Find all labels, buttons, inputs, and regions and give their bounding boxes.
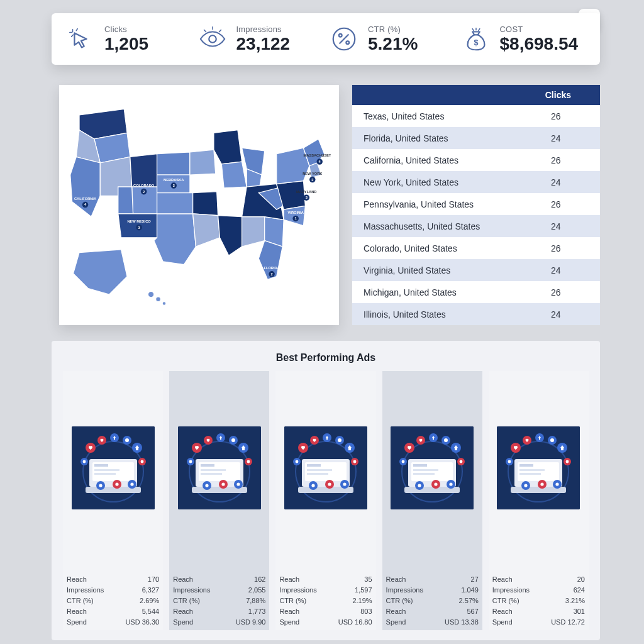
state-name: Florida, United States	[364, 133, 448, 143]
state-name: Michigan, United States	[364, 287, 457, 297]
kpi-cost: $ COST $8,698.54	[461, 24, 587, 54]
stat-label: Spend	[492, 617, 513, 628]
stat-label: Reach	[279, 606, 299, 617]
state-name: Massachusetts, United States	[364, 221, 480, 231]
stat-label: CTR (%)	[279, 596, 306, 606]
stat-label: CTR (%)	[67, 596, 94, 606]
us-map-panel: CALIFORNIA 4 COLORADO 2 NEW MEXICO 3 NEB…	[59, 85, 339, 325]
svg-rect-33	[94, 469, 119, 471]
stat-label: Reach	[492, 574, 513, 585]
ad-card[interactable]: Reach170 Impressions6,327 CTR (%)2.69% R…	[63, 371, 163, 630]
svg-point-111	[444, 438, 448, 442]
table-row[interactable]: California, United States26	[352, 149, 600, 171]
state-clicks: 24	[551, 309, 589, 319]
stat-value: USD 16.80	[338, 617, 372, 628]
state-clicks: 24	[551, 133, 589, 143]
kpi-cost-label: COST	[500, 25, 523, 34]
svg-point-68	[189, 460, 192, 464]
stat-label: Spend	[386, 617, 406, 628]
stat-label: Spend	[173, 617, 193, 628]
svg-text:2: 2	[271, 272, 273, 276]
stat-value: 301	[574, 606, 585, 617]
svg-text:$: $	[474, 38, 478, 47]
stat-value: 2.57%	[459, 596, 479, 606]
svg-point-120	[435, 482, 438, 486]
table-row[interactable]: Pennsylvania, United States26	[352, 193, 600, 215]
svg-text:2: 2	[143, 190, 145, 194]
svg-point-146	[556, 482, 559, 486]
stat-value: 20	[577, 574, 585, 585]
stat-label: Spend	[279, 617, 299, 628]
stat-label: CTR (%)	[386, 596, 413, 606]
svg-point-72	[221, 482, 225, 486]
best-ads-section: Best Performing Ads Reach170 Impres	[52, 341, 600, 640]
ad-thumbnail	[391, 426, 474, 509]
table-row[interactable]: Colorado, United States26	[352, 237, 600, 259]
stat-label: Impressions	[386, 585, 423, 596]
map-label: CALIFORNIA	[74, 197, 96, 201]
svg-rect-32	[94, 464, 108, 467]
kpi-impressions-label: Impressions	[236, 25, 282, 34]
svg-point-46	[99, 484, 102, 487]
stat-value: 6,327	[142, 585, 160, 596]
svg-point-66	[247, 460, 250, 464]
svg-rect-34	[94, 473, 116, 475]
stat-value: 27	[471, 574, 479, 585]
clicks-col-header: Clicks	[545, 90, 571, 100]
state-clicks: 26	[551, 287, 589, 297]
kpi-clicks: Clicks 1,205	[65, 24, 191, 54]
best-ads-title: Best Performing Ads	[63, 352, 589, 364]
stat-value: 624	[574, 585, 585, 596]
stat-label: Reach	[386, 574, 406, 585]
ad-stats: Reach162 Impressions2,055 CTR (%)7,88% R…	[173, 574, 265, 628]
ad-stats: Reach170 Impressions6,327 CTR (%)2.69% R…	[67, 574, 159, 628]
table-row[interactable]: New York, United States24	[352, 171, 600, 193]
stat-value: USD 12.72	[551, 617, 585, 628]
stat-value: 567	[467, 606, 478, 617]
stat-label: Reach	[67, 574, 87, 585]
state-clicks: 26	[551, 199, 589, 209]
map-label: VIRGINIA	[288, 211, 304, 214]
kpi-ctr-label: CTR (%)	[368, 25, 401, 34]
ad-stats: Reach20 Impressions624 CTR (%)3.21% Reac…	[492, 574, 585, 628]
stat-value: 3.21%	[565, 596, 585, 606]
svg-rect-81	[307, 469, 332, 471]
stat-value: 170	[148, 574, 159, 585]
ad-card[interactable]: Reach20 Impressions624 CTR (%)3.21% Reac…	[489, 371, 589, 630]
svg-rect-56	[201, 464, 214, 467]
state-name: Texas, United States	[364, 111, 444, 121]
stat-label: Impressions	[279, 585, 316, 596]
ad-thumbnail	[72, 426, 155, 509]
svg-point-8	[163, 302, 167, 306]
stat-value: 5,544	[142, 606, 160, 617]
svg-point-87	[338, 438, 341, 442]
ad-card[interactable]: Reach27 Impressions1.049 CTR (%)2.57% Re…	[382, 371, 482, 630]
state-name: Colorado, United States	[364, 243, 457, 253]
table-row[interactable]: Michigan, United States26	[352, 281, 600, 303]
state-clicks: 26	[551, 155, 589, 165]
table-row[interactable]: Massachusetts, United States24	[352, 215, 600, 237]
svg-rect-106	[413, 473, 435, 475]
svg-point-3	[339, 34, 342, 37]
svg-point-114	[460, 460, 463, 464]
state-name: Illinois, United States	[364, 309, 446, 319]
table-row[interactable]: Texas, United States26	[352, 105, 600, 127]
table-row[interactable]: Florida, United States24	[352, 127, 600, 149]
money-bag-icon: $	[461, 24, 491, 54]
stat-label: Impressions	[67, 585, 104, 596]
svg-point-144	[541, 482, 544, 486]
state-table-header: Clicks	[352, 85, 600, 105]
stat-value: 1.049	[461, 585, 479, 596]
stat-label: Reach	[173, 606, 193, 617]
table-row[interactable]: Illinois, United States24	[352, 303, 600, 325]
stat-value: 2,055	[248, 585, 266, 596]
ad-card[interactable]: Reach162 Impressions2,055 CTR (%)7,88% R…	[169, 371, 269, 630]
svg-point-135	[550, 438, 554, 442]
kpi-clicks-value: 1,205	[104, 34, 148, 54]
map-label: NEW YORK	[303, 172, 323, 175]
stat-label: Impressions	[173, 585, 210, 596]
svg-text:3: 3	[306, 196, 308, 199]
ad-thumbnail	[497, 426, 580, 509]
ad-card[interactable]: Reach35 Impressions1,597 CTR (%)2.19% Re…	[275, 371, 375, 630]
table-row[interactable]: Virginia, United States24	[352, 259, 600, 281]
